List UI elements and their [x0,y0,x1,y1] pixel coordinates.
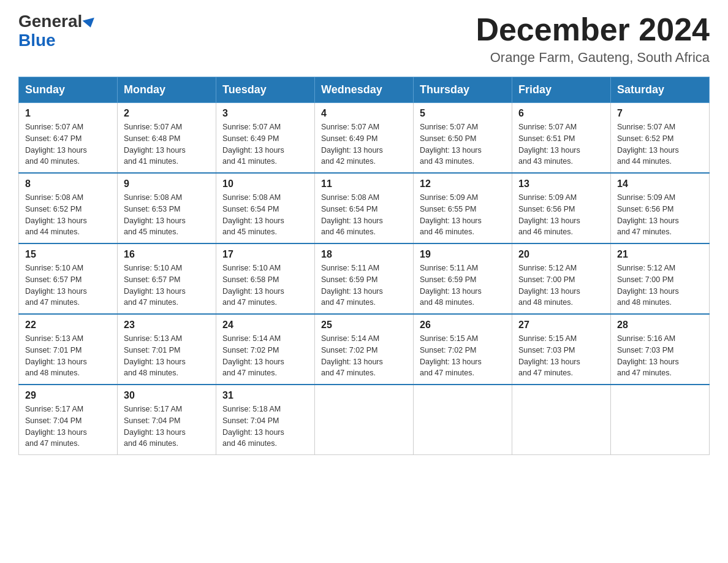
day-info: Sunrise: 5:09 AMSunset: 6:55 PMDaylight:… [420,192,506,238]
title-section: December 2024 Orange Farm, Gauteng, Sout… [476,12,710,66]
day-number: 10 [222,178,308,190]
calendar-cell: 16Sunrise: 5:10 AMSunset: 6:57 PMDayligh… [118,243,216,314]
day-info: Sunrise: 5:15 AMSunset: 7:03 PMDaylight:… [518,333,604,379]
day-info: Sunrise: 5:10 AMSunset: 6:57 PMDaylight:… [25,262,111,308]
calendar-cell: 6Sunrise: 5:07 AMSunset: 6:51 PMDaylight… [512,103,611,174]
day-info: Sunrise: 5:09 AMSunset: 6:56 PMDaylight:… [617,192,703,238]
calendar-cell: 12Sunrise: 5:09 AMSunset: 6:55 PMDayligh… [414,173,512,243]
day-info: Sunrise: 5:17 AMSunset: 7:04 PMDaylight:… [25,404,111,450]
day-info: Sunrise: 5:08 AMSunset: 6:54 PMDaylight:… [222,192,308,238]
day-info: Sunrise: 5:07 AMSunset: 6:48 PMDaylight:… [124,121,210,167]
day-info: Sunrise: 5:07 AMSunset: 6:51 PMDaylight:… [518,121,604,167]
calendar-cell: 13Sunrise: 5:09 AMSunset: 6:56 PMDayligh… [512,173,611,243]
calendar-cell: 4Sunrise: 5:07 AMSunset: 6:49 PMDaylight… [315,103,414,174]
day-info: Sunrise: 5:15 AMSunset: 7:02 PMDaylight:… [420,333,506,379]
day-number: 27 [518,320,604,331]
day-info: Sunrise: 5:10 AMSunset: 6:58 PMDaylight:… [222,262,308,308]
calendar-cell: 29Sunrise: 5:17 AMSunset: 7:04 PMDayligh… [19,385,118,455]
day-number: 7 [617,108,703,119]
day-number: 21 [617,249,703,260]
day-header-wednesday: Wednesday [315,77,414,103]
calendar-cell: 30Sunrise: 5:17 AMSunset: 7:04 PMDayligh… [118,385,216,455]
calendar-cell [315,385,414,455]
day-number: 23 [124,320,210,331]
day-number: 3 [222,108,308,119]
logo-blue-text: Blue [18,31,56,50]
day-number: 9 [124,178,210,190]
day-number: 13 [518,178,604,190]
day-number: 5 [420,108,506,119]
day-header-friday: Friday [512,77,611,103]
day-number: 14 [617,178,703,190]
calendar-cell: 3Sunrise: 5:07 AMSunset: 6:49 PMDaylight… [216,103,315,174]
day-number: 11 [321,178,407,190]
day-number: 4 [321,108,407,119]
calendar-cell: 18Sunrise: 5:11 AMSunset: 6:59 PMDayligh… [315,243,414,314]
day-header-monday: Monday [118,77,216,103]
calendar-cell: 25Sunrise: 5:14 AMSunset: 7:02 PMDayligh… [315,314,414,385]
day-info: Sunrise: 5:08 AMSunset: 6:52 PMDaylight:… [25,192,111,238]
calendar-cell: 24Sunrise: 5:14 AMSunset: 7:02 PMDayligh… [216,314,315,385]
logo-line1: General [18,12,96,31]
day-number: 24 [222,320,308,331]
page-header: General Blue December 2024 Orange Farm, … [18,12,710,66]
day-number: 29 [25,390,111,401]
logo-triangle-icon [83,17,97,29]
calendar-cell: 26Sunrise: 5:15 AMSunset: 7:02 PMDayligh… [414,314,512,385]
day-info: Sunrise: 5:14 AMSunset: 7:02 PMDaylight:… [222,333,308,379]
calendar-cell: 19Sunrise: 5:11 AMSunset: 6:59 PMDayligh… [414,243,512,314]
location-subtitle: Orange Farm, Gauteng, South Africa [476,50,710,66]
day-info: Sunrise: 5:07 AMSunset: 6:49 PMDaylight:… [222,121,308,167]
calendar-cell: 10Sunrise: 5:08 AMSunset: 6:54 PMDayligh… [216,173,315,243]
day-number: 16 [124,249,210,260]
calendar-cell: 17Sunrise: 5:10 AMSunset: 6:58 PMDayligh… [216,243,315,314]
day-number: 25 [321,320,407,331]
day-number: 6 [518,108,604,119]
day-info: Sunrise: 5:17 AMSunset: 7:04 PMDaylight:… [124,404,210,450]
day-header-thursday: Thursday [414,77,512,103]
calendar-cell: 9Sunrise: 5:08 AMSunset: 6:53 PMDaylight… [118,173,216,243]
day-number: 2 [124,108,210,119]
calendar-table: SundayMondayTuesdayWednesdayThursdayFrid… [18,77,710,455]
calendar-week-row: 29Sunrise: 5:17 AMSunset: 7:04 PMDayligh… [19,385,710,455]
day-number: 12 [420,178,506,190]
calendar-cell: 20Sunrise: 5:12 AMSunset: 7:00 PMDayligh… [512,243,611,314]
day-info: Sunrise: 5:11 AMSunset: 6:59 PMDaylight:… [420,262,506,308]
day-number: 15 [25,249,111,260]
day-number: 19 [420,249,506,260]
calendar-cell: 31Sunrise: 5:18 AMSunset: 7:04 PMDayligh… [216,385,315,455]
calendar-cell: 15Sunrise: 5:10 AMSunset: 6:57 PMDayligh… [19,243,118,314]
day-number: 8 [25,178,111,190]
calendar-header-row: SundayMondayTuesdayWednesdayThursdayFrid… [19,77,710,103]
day-info: Sunrise: 5:13 AMSunset: 7:01 PMDaylight:… [124,333,210,379]
day-info: Sunrise: 5:14 AMSunset: 7:02 PMDaylight:… [321,333,407,379]
day-number: 20 [518,249,604,260]
day-info: Sunrise: 5:07 AMSunset: 6:52 PMDaylight:… [617,121,703,167]
calendar-cell: 11Sunrise: 5:08 AMSunset: 6:54 PMDayligh… [315,173,414,243]
day-info: Sunrise: 5:18 AMSunset: 7:04 PMDaylight:… [222,404,308,450]
day-info: Sunrise: 5:09 AMSunset: 6:56 PMDaylight:… [518,192,604,238]
calendar-cell: 21Sunrise: 5:12 AMSunset: 7:00 PMDayligh… [611,243,710,314]
logo-general-text: General [18,12,82,31]
calendar-week-row: 22Sunrise: 5:13 AMSunset: 7:01 PMDayligh… [19,314,710,385]
calendar-week-row: 15Sunrise: 5:10 AMSunset: 6:57 PMDayligh… [19,243,710,314]
calendar-cell: 1Sunrise: 5:07 AMSunset: 6:47 PMDaylight… [19,103,118,174]
day-info: Sunrise: 5:08 AMSunset: 6:53 PMDaylight:… [124,192,210,238]
calendar-cell [611,385,710,455]
day-number: 1 [25,108,111,119]
day-info: Sunrise: 5:10 AMSunset: 6:57 PMDaylight:… [124,262,210,308]
day-number: 22 [25,320,111,331]
day-header-saturday: Saturday [611,77,710,103]
calendar-cell [512,385,611,455]
calendar-cell: 2Sunrise: 5:07 AMSunset: 6:48 PMDaylight… [118,103,216,174]
logo: General Blue [18,12,96,50]
calendar-cell: 8Sunrise: 5:08 AMSunset: 6:52 PMDaylight… [19,173,118,243]
calendar-cell: 27Sunrise: 5:15 AMSunset: 7:03 PMDayligh… [512,314,611,385]
day-header-sunday: Sunday [19,77,118,103]
calendar-cell: 14Sunrise: 5:09 AMSunset: 6:56 PMDayligh… [611,173,710,243]
day-header-tuesday: Tuesday [216,77,315,103]
day-number: 28 [617,320,703,331]
calendar-cell: 22Sunrise: 5:13 AMSunset: 7:01 PMDayligh… [19,314,118,385]
calendar-cell: 28Sunrise: 5:16 AMSunset: 7:03 PMDayligh… [611,314,710,385]
day-info: Sunrise: 5:07 AMSunset: 6:50 PMDaylight:… [420,121,506,167]
